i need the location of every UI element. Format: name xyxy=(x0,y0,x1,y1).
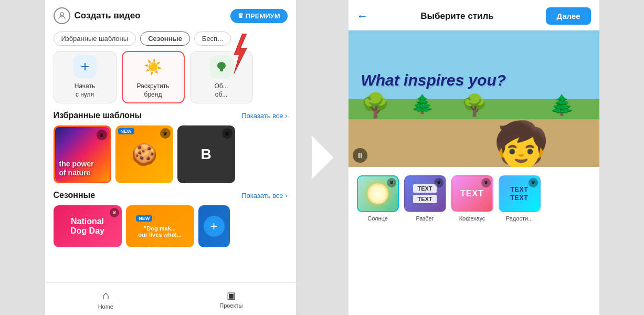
back-button[interactable]: ← xyxy=(357,9,368,23)
cookie-crown-badge: ♛ xyxy=(160,128,171,139)
user-avatar-icon[interactable] xyxy=(54,7,70,24)
styles-grid: ♛ Солнце TEXT TEXT ♛ Разбег xyxy=(357,175,591,222)
projects-label: Проекты xyxy=(219,302,242,309)
left-header: Создать видео ♛ ПРЕМИУМ xyxy=(45,0,296,29)
dark-template-text: B xyxy=(200,146,211,163)
template-cookie[interactable]: 🍪 NEW ♛ xyxy=(115,125,173,183)
joy-style-label: Радости... xyxy=(506,215,533,222)
svg-point-0 xyxy=(60,13,64,16)
style-coffeehouse-thumbnail: TEXT ♛ xyxy=(451,175,493,212)
style-sun-thumbnail: ♛ xyxy=(357,175,399,212)
right-phone: ← Выберите стиль Далее 🌳 🌲 🌳 🌲 What insp… xyxy=(349,0,599,315)
next-button[interactable]: Далее xyxy=(546,7,590,25)
left-phone: Создать видео ♛ ПРЕМИУМ Избранные шаблон… xyxy=(45,0,296,315)
nature-crown-badge: ♛ xyxy=(97,130,107,140)
projects-icon: ▣ xyxy=(227,290,236,301)
nav-home[interactable]: ⌂ Home xyxy=(98,289,113,310)
coffeehouse-crown-badge: ♛ xyxy=(481,178,491,187)
style-chaos-card[interactable]: TEXT TEXT ♛ Разбег xyxy=(404,175,446,222)
featured-templates-row: the powerof nature ♛ 🍪 NEW ♛ B ♛ xyxy=(45,125,296,191)
cookie-new-badge: NEW xyxy=(118,128,134,134)
style-coffeehouse-card[interactable]: TEXT ♛ Кофехаус xyxy=(451,175,493,222)
dog-quote-text: "Dog mak...our lives whol... xyxy=(136,223,184,240)
style-joy-thumbnail: TEXT TEXT ♛ xyxy=(499,175,541,212)
chaos-style-label: Разбег xyxy=(416,215,434,222)
style-joy-card[interactable]: TEXT TEXT ♛ Радости... xyxy=(499,175,541,222)
dog-quote-content: NEW "Dog mak...our lives whol... xyxy=(136,213,184,240)
template-dark[interactable]: B ♛ xyxy=(177,125,235,183)
chaos-crown-badge: ♛ xyxy=(434,178,444,187)
right-header: ← Выберите стиль Далее xyxy=(349,0,599,30)
plus-icon xyxy=(73,55,97,78)
add-circle-icon: + xyxy=(204,216,225,237)
seasonal-section-header: Сезонные Показать все › xyxy=(45,191,296,205)
dog-new-badge: NEW xyxy=(136,215,152,222)
tree-center: 🌳 xyxy=(461,93,488,118)
featured-title: Избранные шаблоны xyxy=(54,111,142,120)
premium-button[interactable]: ♛ ПРЕМИУМ xyxy=(230,9,288,23)
from-scratch-label: Начатьс нуля xyxy=(75,82,96,99)
seasonal-title: Сезонные xyxy=(54,191,96,200)
pause-icon: ⏸ xyxy=(356,151,364,160)
tab-featured-templates[interactable]: Избранные шаблоны xyxy=(54,32,136,46)
bottom-navigation: ⌂ Home ▣ Проекты xyxy=(45,282,296,315)
style-chaos-thumbnail: TEXT TEXT ♛ xyxy=(404,175,446,212)
cookie-icon: 🍪 xyxy=(131,142,157,167)
crown-icon: ♛ xyxy=(238,12,244,19)
add-card[interactable]: + xyxy=(198,205,230,247)
featured-section-header: Избранные шаблоны Показать все › xyxy=(45,111,296,125)
premium-label: ПРЕМИУМ xyxy=(246,12,280,20)
page-title: Создать видео xyxy=(75,10,141,21)
video-preview: 🌳 🌲 🌳 🌲 What inspires you? 🧒 ⏸ xyxy=(349,30,599,167)
home-icon: ⌂ xyxy=(102,289,109,302)
joy-crown-badge: ♛ xyxy=(529,178,538,187)
style-page-title: Выберите стиль xyxy=(420,11,494,22)
header-left: Создать видео xyxy=(54,7,141,24)
sun-crown-badge: ♛ xyxy=(387,178,396,187)
from-scratch-card[interactable]: Начатьс нуля xyxy=(54,51,117,103)
tree-left: 🌳 xyxy=(361,91,390,119)
category-cards-row: Начатьс нуля ☀️ Раскрутитьбренд Об...об.… xyxy=(45,51,296,111)
nav-projects[interactable]: ▣ Проекты xyxy=(219,290,242,309)
tree-right: 🌲 xyxy=(550,93,574,117)
brand-card[interactable]: ☀️ Раскрутитьбренд xyxy=(122,51,185,103)
pause-button[interactable]: ⏸ xyxy=(353,148,367,163)
sun-style-label: Солнце xyxy=(367,215,388,222)
third-category-label: Об...об... xyxy=(214,82,228,99)
styles-section: ♛ Солнце TEXT TEXT ♛ Разбег xyxy=(349,167,599,315)
category-tabs: Избранные шаблоны Сезонные Бесп... xyxy=(45,29,296,51)
dog-quote-card[interactable]: NEW "Dog mak...our lives whol... xyxy=(126,205,194,247)
main-container: Создать видео ♛ ПРЕМИУМ Избранные шаблон… xyxy=(0,0,644,315)
national-crown-badge: ♛ xyxy=(110,208,119,217)
person-figure: 🧒 xyxy=(493,122,549,167)
chaos-text-block: TEXT TEXT xyxy=(413,184,436,203)
coffeehouse-text-block: TEXT xyxy=(460,189,484,198)
featured-show-all[interactable]: Показать все › xyxy=(241,112,287,120)
tree-center-left: 🌲 xyxy=(411,93,434,115)
chevron-right-icon xyxy=(304,134,341,181)
video-overlay-text: What inspires you? xyxy=(361,71,506,90)
national-dog-text: NationalDog Day xyxy=(70,217,104,235)
coffeehouse-style-label: Кофехаус xyxy=(459,215,485,222)
template-nature[interactable]: the powerof nature ♛ xyxy=(54,125,111,183)
tab-seasonal[interactable]: Сезонные xyxy=(140,32,190,46)
dark-crown-badge: ♛ xyxy=(222,128,233,139)
brand-label: Раскрутитьбренд xyxy=(136,82,169,99)
third-icon xyxy=(210,55,233,78)
joy-text-block: TEXT TEXT xyxy=(510,186,529,202)
national-dog-card[interactable]: NationalDog Day ♛ xyxy=(54,205,122,247)
sun-shape xyxy=(367,183,388,204)
nature-template-text: the powerof nature xyxy=(59,160,94,177)
tab-free[interactable]: Бесп... xyxy=(194,32,231,46)
transition-arrow xyxy=(296,134,349,181)
seasonal-show-all[interactable]: Показать все › xyxy=(241,192,287,200)
style-sun-card[interactable]: ♛ Солнце xyxy=(357,175,399,222)
seasonal-cards-row: NationalDog Day ♛ NEW "Dog mak...our liv… xyxy=(45,205,296,247)
third-category-card[interactable]: Об...об... xyxy=(190,51,253,103)
sun-category-icon: ☀️ xyxy=(142,55,165,78)
park-background: 🌳 🌲 🌳 🌲 What inspires you? 🧒 xyxy=(349,30,599,167)
home-label: Home xyxy=(98,303,113,310)
